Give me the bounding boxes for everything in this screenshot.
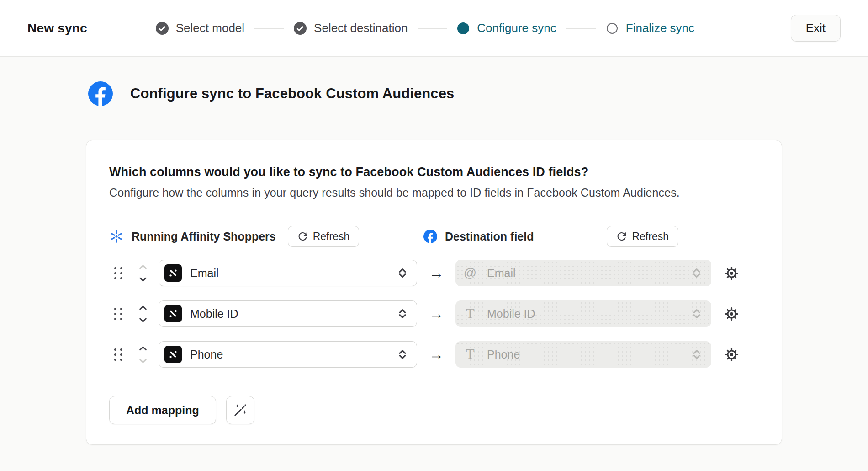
- main-content: Configure sync to Facebook Custom Audien…: [0, 57, 868, 445]
- row-reorder-controls: [134, 304, 152, 324]
- source-column-select[interactable]: Mobile ID: [159, 300, 417, 327]
- card-subheading: Configure how the columns in your query …: [109, 186, 759, 199]
- current-step-dot-icon: [457, 22, 470, 35]
- move-down-button[interactable]: [138, 317, 148, 324]
- mapping-actions: Add mapping: [109, 396, 759, 424]
- step-configure-sync[interactable]: Configure sync: [457, 21, 556, 35]
- move-up-button[interactable]: [138, 304, 148, 310]
- check-circle-icon: [294, 22, 307, 35]
- column-type-icon: [164, 346, 182, 363]
- step-connector: [254, 28, 284, 29]
- suggest-mappings-button[interactable]: [226, 396, 254, 424]
- snowflake-icon: [109, 229, 124, 244]
- card-heading: Which columns would you like to sync to …: [109, 165, 759, 179]
- move-up-button[interactable]: [138, 345, 148, 351]
- destination-field-select: @ Email: [455, 260, 711, 286]
- select-caret-icon: [691, 267, 703, 279]
- text-type-icon: T: [461, 306, 479, 321]
- refresh-destination-button[interactable]: Refresh: [607, 226, 678, 247]
- row-reorder-controls: [134, 345, 152, 364]
- configure-sync-title: Configure sync to Facebook Custom Audien…: [130, 86, 454, 102]
- wizard-title: New sync: [27, 21, 87, 36]
- facebook-icon: [88, 81, 113, 106]
- source-column-value: Phone: [190, 348, 391, 361]
- destination-field-select: T Mobile ID: [455, 300, 711, 327]
- step-label: Select destination: [314, 21, 408, 35]
- destination-field-select: T Phone: [455, 341, 711, 368]
- column-type-icon: [164, 264, 182, 282]
- step-connector: [566, 28, 596, 29]
- step-label: Select model: [176, 21, 244, 35]
- mapping-row: Email → @ Email: [109, 260, 759, 286]
- add-mapping-button[interactable]: Add mapping: [109, 396, 216, 424]
- refresh-label: Refresh: [313, 230, 350, 243]
- refresh-label: Refresh: [632, 230, 669, 243]
- select-caret-icon: [691, 308, 703, 320]
- maps-to-arrow: →: [423, 264, 449, 282]
- step-select-model[interactable]: Select model: [156, 21, 244, 35]
- select-caret-icon: [397, 267, 408, 279]
- destination-column-header: Destination field Refresh: [423, 226, 745, 247]
- source-column-header: Running Affinity Shoppers Refresh: [109, 226, 417, 247]
- mapping-settings-button[interactable]: [724, 306, 739, 321]
- mapping-rows: Email → @ Email: [109, 260, 759, 368]
- topbar: New sync Select model Select destination…: [0, 0, 868, 57]
- exit-button[interactable]: Exit: [791, 15, 841, 42]
- text-type-icon: T: [461, 347, 479, 362]
- source-column-select[interactable]: Email: [159, 260, 417, 286]
- maps-to-arrow: →: [423, 305, 449, 322]
- refresh-icon: [616, 231, 627, 242]
- destination-field-value: Phone: [487, 348, 685, 361]
- destination-field-value: Email: [487, 267, 685, 280]
- page-head: Configure sync to Facebook Custom Audien…: [86, 81, 782, 106]
- row-reorder-controls: [134, 263, 152, 283]
- mapping-row: Phone → T Phone: [109, 341, 759, 368]
- drag-handle[interactable]: [114, 308, 122, 320]
- mapping-settings-button[interactable]: [724, 347, 739, 362]
- sync-stepper: Select model Select destination Configur…: [156, 21, 694, 35]
- step-label: Finalize sync: [626, 21, 694, 35]
- refresh-icon: [297, 231, 308, 242]
- step-finalize-sync[interactable]: Finalize sync: [606, 21, 694, 35]
- source-model-name: Running Affinity Shoppers: [132, 230, 276, 243]
- gear-icon: [724, 306, 739, 321]
- mapping-row: Mobile ID → T Mobile ID: [109, 300, 759, 327]
- column-mapping-card: Which columns would you like to sync to …: [86, 140, 782, 445]
- move-down-button: [138, 358, 148, 364]
- mapping-settings-button[interactable]: [724, 266, 739, 281]
- move-down-button[interactable]: [138, 277, 148, 283]
- magic-wand-icon: [233, 403, 248, 417]
- upcoming-step-circle-icon: [606, 22, 619, 35]
- check-circle-icon: [156, 22, 169, 35]
- mapping-headers-row: Running Affinity Shoppers Refresh Destin…: [109, 226, 759, 247]
- gear-icon: [724, 266, 739, 281]
- destination-field-label: Destination field: [445, 230, 534, 243]
- step-select-destination[interactable]: Select destination: [294, 21, 408, 35]
- gear-icon: [724, 347, 739, 362]
- facebook-icon: [423, 230, 437, 243]
- step-label: Configure sync: [477, 21, 556, 35]
- select-caret-icon: [397, 348, 408, 360]
- at-sign-icon: @: [461, 266, 479, 280]
- source-column-value: Email: [190, 267, 391, 280]
- step-connector: [418, 28, 447, 29]
- select-caret-icon: [397, 308, 408, 320]
- move-up-button: [138, 263, 148, 270]
- select-caret-icon: [691, 348, 703, 360]
- refresh-source-button[interactable]: Refresh: [288, 226, 360, 247]
- source-column-value: Mobile ID: [190, 307, 391, 321]
- source-column-select[interactable]: Phone: [159, 341, 417, 368]
- drag-handle[interactable]: [114, 348, 122, 361]
- destination-field-value: Mobile ID: [487, 307, 685, 321]
- drag-handle[interactable]: [114, 267, 122, 279]
- column-type-icon: [164, 305, 182, 322]
- maps-to-arrow: →: [423, 346, 449, 363]
